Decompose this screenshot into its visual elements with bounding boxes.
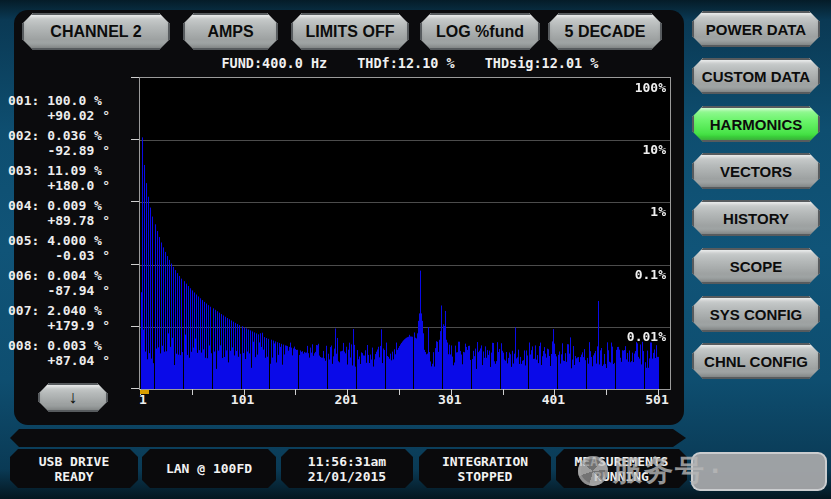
harmonics-readout-list: 001: 100.0 %+90.02 ° 002: 0.036 %-92.89 … [8, 93, 134, 373]
status-line: READY [54, 469, 93, 484]
harmonic-phase: +179.9 ° [8, 318, 110, 333]
harmonic-spectrum-canvas [140, 78, 670, 389]
status-line: RUNNING [594, 469, 649, 484]
harmonic-magnitude: 007: 2.040 % [8, 303, 134, 318]
nav-harmonics-button[interactable]: HARMONICS [692, 106, 820, 142]
y-axis-tick-label: 0.01% [627, 329, 666, 344]
harmonic-entry: 001: 100.0 %+90.02 ° [8, 93, 134, 123]
amps-button-label: AMPS [207, 23, 253, 41]
harmonic-cursor-marker[interactable] [140, 390, 149, 394]
harmonic-phase: -0.03 ° [8, 248, 110, 263]
harmonic-phase: +87.04 ° [8, 353, 110, 368]
limits-button-label: LIMITS OFF [306, 23, 395, 41]
limits-button[interactable]: LIMITS OFF [291, 13, 409, 50]
down-arrow-icon: ↓ [69, 387, 78, 408]
nav-scope-button[interactable]: SCOPE [692, 248, 820, 284]
nav-label: CUSTOM DATA [702, 68, 810, 85]
y-axis-tick [131, 139, 139, 140]
harmonic-entry: 005: 4.000 %-0.03 ° [8, 233, 134, 263]
harmonic-magnitude: 002: 0.036 % [8, 128, 134, 143]
status-line: 11:56:31am [308, 454, 386, 469]
status-line: LAN @ 100FD [166, 461, 252, 476]
nav-label: POWER DATA [706, 21, 806, 38]
thdf-value: THDf:12.10 % [357, 55, 455, 71]
harmonic-phase: +89.78 ° [8, 213, 110, 228]
status-usb: USB DRIVEREADY [10, 449, 138, 488]
scroll-harmonics-down-button[interactable]: ↓ [38, 383, 108, 412]
decade-button[interactable]: 5 DECADE [548, 13, 662, 50]
nav-chnl-config-button[interactable]: CHNL CONFIG [692, 343, 820, 379]
channel-button-label: CHANNEL 2 [50, 23, 141, 41]
status-measurements: MEASUREMENTSRUNNING [556, 449, 687, 488]
status-lan: LAN @ 100FD [142, 449, 276, 488]
nav-sys-config-button[interactable]: SYS CONFIG [692, 296, 820, 332]
harmonic-entry: 004: 0.009 %+89.78 ° [8, 198, 134, 228]
amps-button[interactable]: AMPS [183, 13, 278, 50]
harmonic-magnitude: 008: 0.003 % [8, 338, 134, 353]
fund-frequency-value: FUND:400.0 Hz [221, 55, 327, 71]
y-axis-tick-label: 100% [635, 80, 666, 95]
harmonic-entry: 003: 11.09 %+180.0 ° [8, 163, 134, 193]
y-axis-tick-label: 1% [650, 204, 666, 219]
x-axis-tick [503, 389, 504, 395]
nav-label: SCOPE [730, 258, 783, 275]
x-axis-tick [347, 389, 348, 395]
log-scale-button[interactable]: LOG %fund [420, 13, 540, 50]
y-axis-tick-label: 0.1% [635, 267, 666, 282]
nav-label: CHNL CONFIG [704, 353, 808, 370]
channel-button[interactable]: CHANNEL 2 [22, 13, 170, 50]
bottom-right-blank-plate [691, 452, 827, 491]
y-axis-tick [131, 326, 139, 327]
y-axis-tick [131, 77, 139, 78]
status-integration: INTEGRATIONSTOPPED [419, 449, 551, 488]
x-axis-tick [451, 389, 452, 395]
y-axis-tick [131, 388, 139, 389]
harmonic-phase: +180.0 ° [8, 178, 110, 193]
harmonic-phase: -92.89 ° [8, 143, 110, 158]
x-axis-tick [606, 389, 607, 395]
softkey-bar-empty [10, 429, 686, 447]
status-clock: 11:56:31am21/01/2015 [281, 449, 413, 488]
x-axis-tick [554, 389, 555, 395]
status-line: INTEGRATION [442, 454, 528, 469]
nav-vectors-button[interactable]: VECTORS [692, 153, 820, 189]
y-axis-tick [131, 201, 139, 202]
decade-button-label: 5 DECADE [565, 23, 646, 41]
harmonic-magnitude: 001: 100.0 % [8, 93, 134, 108]
nav-history-button[interactable]: HISTORY [692, 200, 820, 236]
nav-custom-data-button[interactable]: CUSTOM DATA [692, 58, 820, 94]
harmonic-phase: -87.94 ° [8, 283, 110, 298]
status-line: MEASUREMENTS [575, 454, 669, 469]
nav-label: HISTORY [723, 210, 789, 227]
x-axis-tick [192, 389, 193, 395]
harmonic-entry: 002: 0.036 %-92.89 ° [8, 128, 134, 158]
x-axis-ticks [140, 389, 672, 396]
harmonic-magnitude: 006: 0.004 % [8, 268, 134, 283]
nav-label: HARMONICS [710, 116, 803, 133]
thdsig-value: THDsig:12.01 % [485, 55, 599, 71]
harmonic-magnitude: 005: 4.000 % [8, 233, 134, 248]
harmonic-entry: 008: 0.003 %+87.04 ° [8, 338, 134, 368]
y-axis-tick [131, 264, 139, 265]
harmonic-phase: +90.02 ° [8, 108, 110, 123]
harmonic-magnitude: 003: 11.09 % [8, 163, 134, 178]
harmonic-spectrum-chart: 100%10%1%0.1%0.01% [139, 77, 671, 390]
x-axis-tick [244, 389, 245, 395]
harmonic-magnitude: 004: 0.009 % [8, 198, 134, 213]
nav-label: VECTORS [720, 163, 792, 180]
x-axis-tick [295, 389, 296, 395]
x-axis-tick [658, 389, 659, 395]
nav-power-data-button[interactable]: POWER DATA [692, 11, 820, 47]
harmonic-entry: 007: 2.040 %+179.9 ° [8, 303, 134, 333]
status-line: 21/01/2015 [308, 469, 386, 484]
measurement-readout: FUND:400.0 Hz THDf:12.10 % THDsig:12.01 … [140, 55, 680, 71]
nav-label: SYS CONFIG [710, 306, 803, 323]
y-axis-tick-label: 10% [643, 142, 666, 157]
x-axis-tick [399, 389, 400, 395]
status-line: STOPPED [458, 469, 513, 484]
status-line: USB DRIVE [39, 454, 109, 469]
harmonic-entry: 006: 0.004 %-87.94 ° [8, 268, 134, 298]
log-scale-button-label: LOG %fund [436, 23, 524, 41]
